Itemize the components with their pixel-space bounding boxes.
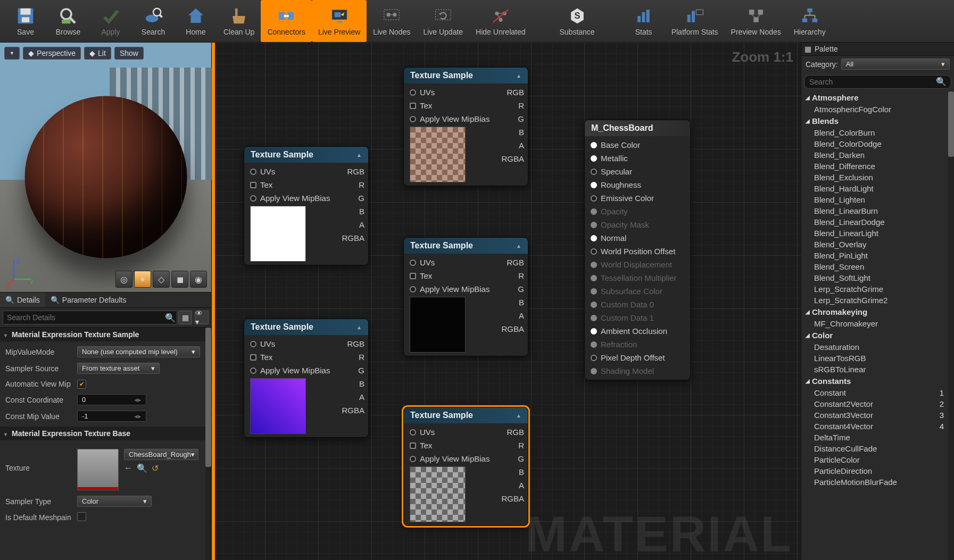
pin-out-rgb[interactable]: RGB [336,337,369,350]
texture-browse-button[interactable]: 🔍 [137,463,147,473]
pin-out-a[interactable]: A [495,139,528,152]
toolbar-live-preview-button[interactable]: Live Preview [312,0,367,42]
pin-out-g[interactable]: G [495,112,528,126]
pin-out-r[interactable]: R [495,99,528,112]
pin-in-tex[interactable]: Tex [404,439,495,452]
pin-out-g[interactable]: G [336,191,369,205]
details-eye-button[interactable]: 👁 ▾ [195,311,209,324]
mipvaluemode-dropdown[interactable]: None (use computed mip level)▾ [77,346,200,357]
pin-specular[interactable]: Specular [585,165,690,178]
palette-item[interactable]: Blend_LinearLight [801,228,948,239]
viewport-shape-sphere[interactable]: ● [134,271,151,288]
texture-dropdown[interactable]: ChessBoard_Rough▾ [124,449,198,460]
viewport-lit-button[interactable]: ◆ Lit [84,47,111,60]
palette-item[interactable]: Blend_ColorDodge [801,138,948,149]
pin-custom-data-0[interactable]: Custom Data 0 [585,298,690,311]
pin-out-rgba[interactable]: RGBA [495,322,528,336]
pin-subsurface-color[interactable]: Subsurface Color [585,285,690,298]
pin-in-tex[interactable]: Tex [404,269,495,282]
palette-item[interactable]: DeltaTime [801,432,948,443]
palette-search-input[interactable] [804,75,951,89]
pin-out-g[interactable]: G [495,452,528,465]
palette-item[interactable]: sRGBToLinear [801,364,948,375]
pin-out-rgb[interactable]: RGB [495,256,528,269]
viewport-shape-plane[interactable]: ◇ [153,271,170,288]
pin-world-displacement[interactable]: World Displacement [585,258,690,271]
palette-item[interactable]: Blend_Darken [801,149,948,161]
texture-thumbnail[interactable] [77,449,119,490]
pin-custom-data-1[interactable]: Custom Data 1 [585,311,690,324]
pin-opacity[interactable]: Opacity [585,205,690,218]
pin-out-r[interactable]: R [495,269,528,282]
viewport-show-button[interactable]: Show [114,47,144,60]
pin-in-uvs[interactable]: UVs [404,256,495,269]
material-graph[interactable]: Zoom 1:1 MATERIAL Texture Sample▲UVsTexA… [212,43,801,560]
pin-in-tex[interactable]: Tex [244,178,336,191]
constcoord-input[interactable]: 0◂▸ [77,394,146,405]
pin-opacity-mask[interactable]: Opacity Mask [585,218,690,231]
autoviewmip-checkbox[interactable] [77,380,86,389]
palette-tab[interactable]: Palette [815,45,838,53]
toolbar-live-nodes-button[interactable]: Live Nodes [367,0,417,42]
palette-category-chromakeying[interactable]: ◢Chromakeying [801,306,948,318]
toolbar-preview-nodes-button[interactable]: Preview Nodes [725,0,787,42]
pin-in-uvs[interactable]: UVs [404,425,495,439]
toolbar-platform-stats-button[interactable]: Platform Stats [665,0,725,42]
toolbar-clean-up-button[interactable]: Clean Up [217,0,261,42]
texture-reset-button[interactable]: ↺ [152,463,159,473]
pin-tessellation-multiplier[interactable]: Tessellation Multiplier [585,271,690,285]
toolbar-hide-unrelated-button[interactable]: Hide Unrelated [469,0,532,42]
pin-out-rgba[interactable]: RGBA [336,404,369,417]
palette-item[interactable]: Constant4Vector4 [801,421,948,432]
pin-out-rgba[interactable]: RGBA [495,152,528,165]
pin-pixel-depth-offset[interactable]: Pixel Depth Offset [585,351,690,364]
palette-item[interactable]: Blend_Exclusion [801,172,948,183]
pin-out-b[interactable]: B [495,296,528,309]
pin-metallic[interactable]: Metallic [585,152,690,165]
palette-item[interactable]: ParticleDirection [801,465,948,477]
constmip-input[interactable]: -1◂▸ [77,411,146,422]
palette-item[interactable]: Lerp_ScratchGrime [801,283,948,295]
texture-back-button[interactable]: ← [124,463,132,473]
palette-category-constants[interactable]: ◢Constants [801,375,948,387]
texture-sample-node[interactable]: Texture Sample▲UVsTexApply View MipBiasR… [403,407,528,526]
pin-refraction[interactable]: Refraction [585,338,690,351]
samplertype-dropdown[interactable]: Color▾ [77,496,152,507]
palette-item[interactable]: Blend_LinearDodge [801,216,948,228]
pin-out-b[interactable]: B [495,465,528,479]
tab-parameter-defaults[interactable]: 🔍 Parameter Defaults [45,292,132,307]
palette-item[interactable]: Blend_LinearBurn [801,205,948,216]
palette-item[interactable]: Blend_Difference [801,161,948,172]
palette-item[interactable]: ParticleMotionBlurFade [801,477,948,488]
pin-shading-model[interactable]: Shading Model [585,364,690,378]
pin-out-a[interactable]: A [495,309,528,322]
palette-item[interactable]: Blend_SoftLight [801,272,948,283]
pin-ambient-occlusion[interactable]: Ambient Occlusion [585,324,690,338]
pin-out-b[interactable]: B [336,205,369,218]
category-header[interactable]: Material Expression Texture Base [12,429,130,438]
texture-sample-node[interactable]: Texture Sample▲UVsTexApply View MipBiasR… [244,319,369,438]
pin-out-r[interactable]: R [495,439,528,452]
toolbar-home-button[interactable]: Home [175,0,217,42]
pin-normal[interactable]: Normal [585,231,690,245]
palette-item[interactable]: DistanceCullFade [801,443,948,454]
pin-base-color[interactable]: Base Color [585,138,690,152]
pin-out-rgba[interactable]: RGBA [336,231,369,245]
palette-category-blends[interactable]: ◢Blends [801,115,948,127]
pin-out-r[interactable]: R [336,350,369,364]
pin-in-apply-view-mipbias[interactable]: Apply View MipBias [404,282,495,296]
viewport-shape-teapot[interactable]: ◉ [190,271,207,288]
pin-out-r[interactable]: R [336,178,369,191]
palette-item[interactable]: Blend_ColorBurn [801,127,948,138]
pin-in-tex[interactable]: Tex [244,350,336,364]
toolbar-substance-button[interactable]: SSubstance [553,0,601,42]
material-result-node[interactable]: M_ChessBoardBase ColorMetallicSpecularRo… [584,120,691,380]
category-header[interactable]: Material Expression Texture Sample [12,330,139,339]
samplersource-dropdown[interactable]: From texture asset▾ [77,363,160,374]
viewport-perspective-button[interactable]: ◆ Perspective [23,47,81,60]
palette-item[interactable]: Blend_Overlay [801,239,948,250]
pin-out-rgb[interactable]: RGB [336,165,369,178]
palette-item[interactable]: Blend_HardLight [801,183,948,194]
palette-item[interactable]: Blend_PinLight [801,250,948,261]
pin-in-apply-view-mipbias[interactable]: Apply View MipBias [404,112,495,126]
